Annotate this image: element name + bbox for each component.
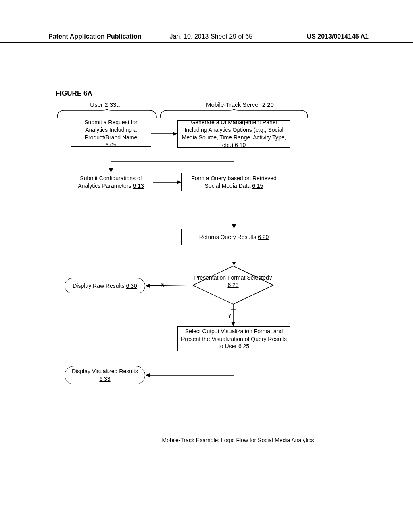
node-623-ref: 6 23 [227, 282, 238, 288]
page: Patent Application Publication Jan. 10, … [0, 0, 413, 532]
node-625: Select Output Visualization Format and P… [177, 326, 290, 351]
lane-server-label: Mobile-Track Server 2 20 [190, 101, 290, 108]
node-615: Form a Query based on Retrieved Social M… [181, 173, 286, 191]
node-630-text: Display Raw Results 6 30 [73, 282, 137, 290]
node-605-text: Submit a Request for Analytics Including… [73, 118, 148, 141]
header-right: US 2013/0014145 A1 [307, 33, 369, 40]
edge-yes-label: Y [228, 312, 232, 319]
edge-no-label: N [161, 281, 165, 288]
node-625-ref: 6 25 [238, 343, 249, 349]
node-633-ref: 6 33 [99, 375, 110, 383]
node-610-text: Generate a UI Management Panel Including… [180, 118, 288, 149]
node-613-ref: 6 13 [133, 183, 144, 189]
node-605: Submit a Request for Analytics Including… [71, 121, 151, 147]
node-623: Presentation Format Selected? 6 23 [193, 266, 273, 304]
node-613: Submit Configurations of Analytics Param… [69, 173, 153, 191]
node-605-ref: 6 05 [105, 141, 116, 149]
brace-server [159, 109, 309, 118]
header-center: Jan. 10, 2013 Sheet 29 of 65 [142, 33, 307, 40]
node-610-ref: 6 10 [235, 142, 246, 148]
node-633: Display Visualized Results 6 33 [65, 366, 145, 384]
node-613-text: Submit Configurations of Analytics Param… [71, 175, 150, 190]
node-633-text: Display Visualized Results [72, 368, 138, 375]
node-623-text: Presentation Format Selected? [194, 274, 272, 281]
figure-label: FIGURE 6A [56, 89, 92, 98]
node-620: Returns Query Results 6 20 [181, 229, 286, 245]
node-630-ref: 6 30 [126, 283, 137, 289]
node-625-text: Select Output Visualization Format and P… [180, 328, 288, 351]
node-620-text: Returns Query Results 6 20 [199, 233, 269, 241]
node-610: Generate a UI Management Panel Including… [177, 120, 290, 148]
node-630: Display Raw Results 6 30 [65, 278, 145, 293]
brace-user [56, 109, 157, 118]
header-row: Patent Application Publication Jan. 10, … [0, 33, 413, 40]
page-header: Patent Application Publication Jan. 10, … [0, 33, 413, 43]
diagram-caption: Mobile-Track Example: Logic Flow for Soc… [161, 437, 315, 443]
node-615-ref: 6 15 [252, 183, 263, 189]
header-left: Patent Application Publication [48, 33, 142, 40]
node-615-text: Form a Query based on Retrieved Social M… [184, 175, 284, 190]
lane-user-label: User 2 33a [81, 101, 129, 108]
node-620-ref: 6 20 [258, 234, 269, 240]
svg-line-5 [146, 285, 193, 286]
